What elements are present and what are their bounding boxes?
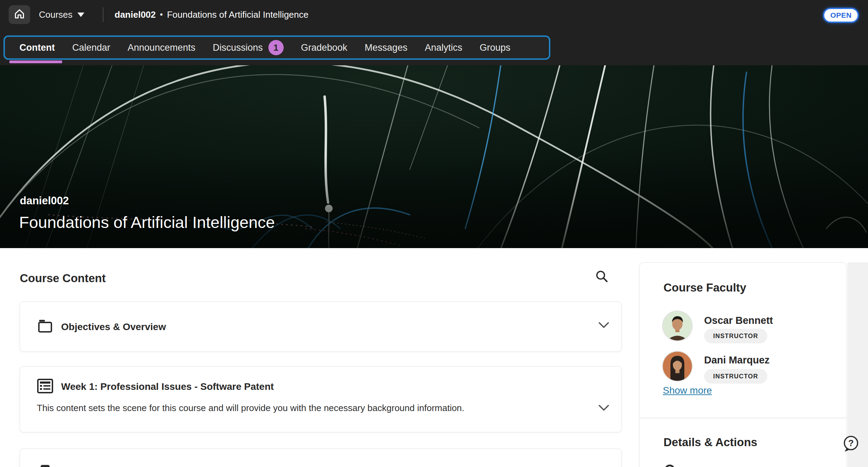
expand-chevron-icon[interactable] bbox=[598, 322, 609, 330]
tab-discussions-label: Discussions bbox=[213, 42, 263, 53]
tab-analytics-label: Analytics bbox=[425, 42, 462, 53]
discussions-unread-badge: 1 bbox=[268, 40, 284, 55]
tab-gradebook-label: Gradebook bbox=[301, 42, 348, 53]
help-button[interactable]: ? bbox=[841, 434, 861, 454]
faculty-role-label: INSTRUCTOR bbox=[713, 333, 758, 340]
partial-detail-icon bbox=[665, 465, 675, 467]
home-button[interactable] bbox=[9, 5, 30, 24]
tab-announcements[interactable]: Announcements bbox=[128, 42, 195, 53]
right-rail-panel: Course Faculty Oscar Bennett INSTRUCTOR bbox=[639, 262, 847, 467]
top-header: Courses daniel002 • Foundations of Artif… bbox=[0, 0, 868, 65]
course-status-open-badge[interactable]: OPEN bbox=[824, 9, 858, 22]
faculty-role-badge: INSTRUCTOR bbox=[704, 329, 767, 343]
tab-messages[interactable]: Messages bbox=[365, 42, 407, 53]
details-actions-heading: Details & Actions bbox=[663, 436, 757, 449]
tab-calendar-label: Calendar bbox=[72, 42, 110, 53]
home-icon bbox=[12, 7, 26, 22]
breadcrumb-separator: • bbox=[160, 10, 163, 19]
svg-text:?: ? bbox=[848, 438, 854, 448]
course-content-heading: Course Content bbox=[20, 272, 106, 285]
courses-label: Courses bbox=[39, 9, 73, 20]
faculty-member-name: Dani Marquez bbox=[704, 354, 770, 366]
content-item-description: This content sets the scene for this cou… bbox=[37, 403, 464, 413]
faculty-role-label: INSTRUCTOR bbox=[713, 373, 758, 380]
courses-menu-button[interactable]: Courses bbox=[39, 0, 84, 29]
content-item-title: Week 1: Professional Issues - Software P… bbox=[61, 381, 274, 392]
content-item-objectives-overview[interactable]: Objectives & Overview bbox=[20, 302, 621, 352]
course-tab-bar: Content Calendar Announcements Discussio… bbox=[3, 35, 550, 60]
content-item-week1[interactable]: Week 1: Professional Issues - Software P… bbox=[20, 366, 621, 432]
search-icon bbox=[595, 270, 609, 285]
avatar-oscar-bennett bbox=[663, 311, 692, 341]
rail-divider bbox=[640, 418, 846, 418]
document-icon bbox=[37, 378, 53, 396]
partial-item-icon bbox=[41, 465, 50, 467]
tab-groups[interactable]: Groups bbox=[479, 42, 510, 53]
tab-discussions[interactable]: Discussions 1 bbox=[213, 40, 284, 55]
content-item-title: Objectives & Overview bbox=[61, 321, 166, 333]
chevron-down-icon bbox=[77, 13, 84, 17]
topbar-divider bbox=[103, 7, 103, 22]
tab-announcements-label: Announcements bbox=[128, 42, 195, 53]
tab-content[interactable]: Content bbox=[19, 42, 55, 53]
tab-gradebook[interactable]: Gradebook bbox=[301, 42, 348, 53]
banner-course-code: daniel002 bbox=[20, 195, 69, 207]
banner-course-title: Foundations of Artificial Intelligence bbox=[19, 213, 275, 232]
show-more-link[interactable]: Show more bbox=[663, 385, 712, 396]
tab-analytics[interactable]: Analytics bbox=[425, 42, 462, 53]
help-question-icon: ? bbox=[841, 449, 861, 455]
tab-calendar[interactable]: Calendar bbox=[72, 42, 110, 53]
course-banner: daniel002 Foundations of Artificial Inte… bbox=[0, 65, 868, 248]
breadcrumb-course-title: Foundations of Artificial Intelligence bbox=[167, 9, 309, 20]
faculty-role-badge: INSTRUCTOR bbox=[704, 369, 767, 384]
search-button[interactable] bbox=[593, 268, 611, 286]
breadcrumb-course-code: daniel002 bbox=[115, 9, 156, 20]
blackboard-course-page: Courses daniel002 • Foundations of Artif… bbox=[0, 0, 868, 467]
tab-content-label: Content bbox=[19, 42, 55, 53]
expand-chevron-icon[interactable] bbox=[598, 405, 609, 412]
active-tab-underline bbox=[9, 60, 62, 63]
course-faculty-heading: Course Faculty bbox=[663, 281, 746, 294]
tab-messages-label: Messages bbox=[365, 42, 407, 53]
open-badge-label: OPEN bbox=[830, 11, 852, 19]
content-item-partial[interactable] bbox=[20, 449, 621, 467]
tab-groups-label: Groups bbox=[479, 42, 510, 53]
avatar-dani-marquez bbox=[663, 352, 692, 381]
faculty-member-name: Oscar Bennett bbox=[704, 315, 773, 326]
breadcrumb: daniel002 • Foundations of Artificial In… bbox=[115, 0, 309, 29]
folder-icon bbox=[37, 318, 53, 336]
